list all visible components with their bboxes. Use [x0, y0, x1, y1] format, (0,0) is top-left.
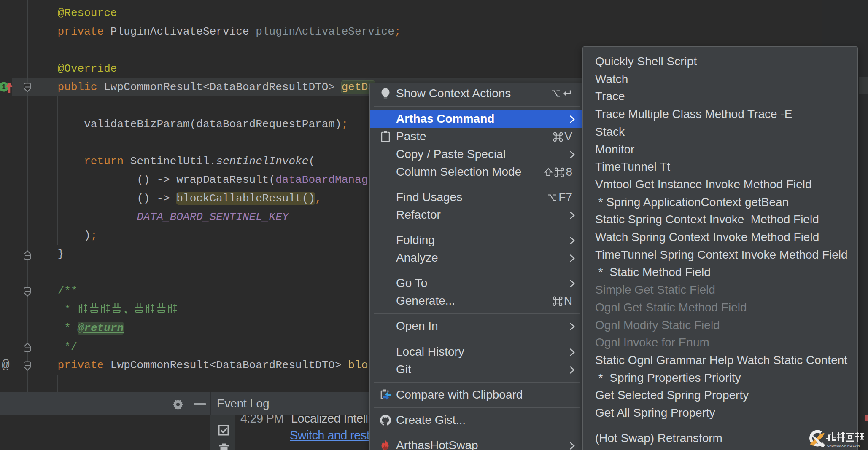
svg-text:1: 1	[2, 83, 5, 91]
svg-text:CHUANG XIN HU LIAN: CHUANG XIN HU LIAN	[827, 444, 860, 447]
